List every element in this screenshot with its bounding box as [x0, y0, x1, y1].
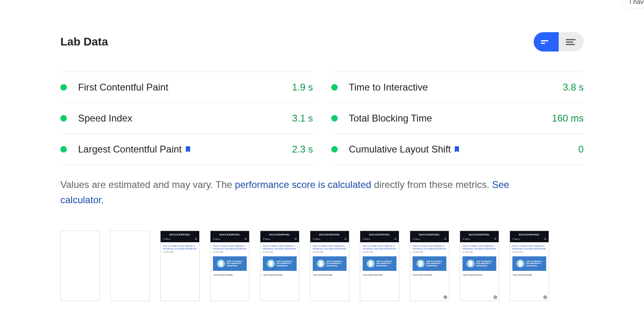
frame-body: How to Create a Quiz Website in WordPres… [161, 242, 199, 301]
svg-rect-1 [541, 43, 545, 44]
hero-text: HOW TO CREATE A QUIZ WEBSITE IN WORDPRES… [376, 260, 392, 267]
filmstrip-frame[interactable]: SUCCESSPIXEL☰ MenuHow to Create a Quiz W… [410, 231, 449, 301]
hero-text: HOW TO CREATE A QUIZ WEBSITE IN WORDPRES… [326, 260, 343, 267]
close-icon: × [493, 295, 497, 299]
hamburger-icon: ☰ Menu [512, 238, 520, 240]
partial-share-label: I have sha [630, 0, 644, 5]
status-dot-icon [331, 146, 338, 153]
frame-byline: by Ankit Main [413, 251, 446, 253]
metric-label: Time to Interactive [349, 82, 428, 93]
hamburger-icon: ☰ Menu [462, 238, 470, 240]
metric-row[interactable]: Largest Contentful Paint2.3 s [60, 134, 313, 165]
svg-rect-3 [566, 41, 573, 43]
hero-device-icon [367, 260, 375, 268]
frame-nav: ☰ Menu [260, 237, 299, 242]
metric-value: 2.3 s [292, 144, 313, 155]
frame-brand: SUCCESSPIXEL [510, 231, 549, 237]
frame-byline: by Ankit Main [462, 251, 496, 253]
frame-nav: ☰ Menu [460, 237, 499, 242]
filmstrip-frame[interactable]: SUCCESSPIXEL☰ MenuHow to Create a Quiz W… [310, 231, 349, 301]
hero-text: HOW TO CREATE A QUIZ WEBSITE IN WORDPRES… [426, 260, 442, 267]
frame-hero: HOW TO CREATE A QUIZ WEBSITE IN WORDPRES… [363, 256, 396, 271]
search-icon [494, 238, 496, 240]
perf-score-link[interactable]: performance score is calculated [235, 179, 372, 190]
metrics-grid: First Contentful Paint1.9 sSpeed Index3.… [60, 72, 584, 165]
close-icon: × [444, 295, 447, 299]
frame-brand: SUCCESSPIXEL [310, 231, 349, 237]
metric-row[interactable]: First Contentful Paint1.9 s [60, 72, 313, 103]
frame-title: How to Create a Quiz Website in WordPres… [313, 245, 347, 250]
frame-nav: ☰ Menu [360, 237, 399, 242]
metric-value: 3.1 s [292, 113, 313, 124]
frame-byline: by Ankit Main [263, 251, 297, 253]
metric-label-text: First Contentful Paint [78, 82, 168, 93]
metric-label-text: Cumulative Layout Shift [349, 144, 451, 155]
condensed-icon [541, 39, 551, 45]
frame-brand: SUCCESSPIXEL [211, 231, 249, 237]
search-icon [295, 238, 297, 240]
footnote: Values are estimated and may vary. The p… [60, 177, 523, 208]
filmstrip-frame[interactable]: SUCCESSPIXEL☰ MenuHow to Create a Quiz W… [260, 231, 299, 301]
status-dot-icon [60, 146, 67, 153]
hamburger-icon: ☰ Menu [313, 238, 320, 240]
search-icon [245, 238, 247, 240]
frame-title: How to Create a Quiz Website in WordPres… [413, 245, 446, 250]
metric-label-text: Time to Interactive [349, 82, 428, 93]
metric-row[interactable]: Time to Interactive3.8 s [331, 72, 584, 103]
search-icon [544, 238, 546, 240]
hero-device-icon [516, 260, 524, 268]
frame-caption: I have shared actionable [263, 274, 297, 276]
filmstrip-frame[interactable]: SUCCESSPIXEL☰ MenuHow to Create a Quiz W… [360, 231, 399, 301]
filmstrip-frame[interactable] [110, 231, 150, 301]
hamburger-icon: ☰ Menu [163, 238, 171, 240]
metric-row[interactable]: Total Blocking Time160 ms [331, 103, 584, 134]
frame-hero: HOW TO CREATE A QUIZ WEBSITE IN WORDPRES… [512, 256, 546, 271]
section-title: Lab Data [60, 35, 108, 48]
hamburger-icon: ☰ Menu [413, 238, 420, 240]
view-expanded-button[interactable] [559, 32, 584, 52]
status-dot-icon [60, 115, 67, 122]
status-dot-icon [331, 84, 338, 91]
partial-share-button[interactable]: I have sha [622, 0, 644, 8]
frame-hero: HOW TO CREATE A QUIZ WEBSITE IN WORDPRES… [462, 256, 496, 271]
frame-title: How to Create a Quiz Website in WordPres… [213, 245, 247, 250]
hero-device-icon [217, 260, 225, 268]
metric-value: 160 ms [552, 113, 584, 124]
metric-label-text: Speed Index [78, 113, 132, 124]
search-icon [394, 238, 396, 240]
filmstrip-frame[interactable] [60, 231, 100, 301]
frame-body: How to Create a Quiz Website in WordPres… [211, 242, 249, 301]
frame-nav: ☰ Menu [310, 237, 349, 242]
frame-nav: ☰ Menu [161, 237, 199, 242]
metric-label-text: Total Blocking Time [349, 113, 432, 124]
frame-hero: HOW TO CREATE A QUIZ WEBSITE IN WORDPRES… [213, 256, 247, 271]
frame-brand: SUCCESSPIXEL [161, 231, 199, 237]
frame-caption: I have shared actionable [313, 274, 347, 276]
filmstrip-frame[interactable]: SUCCESSPIXEL☰ MenuHow to Create a Quiz W… [460, 231, 499, 301]
filmstrip-frame[interactable]: SUCCESSPIXEL☰ MenuHow to Create a Quiz W… [510, 231, 549, 301]
filmstrip-frame[interactable]: SUCCESSPIXEL☰ MenuHow to Create a Quiz W… [160, 231, 200, 301]
frame-brand: SUCCESSPIXEL [360, 231, 399, 237]
filmstrip-frame[interactable]: SUCCESSPIXEL☰ MenuHow to Create a Quiz W… [210, 231, 250, 301]
footnote-pre: Values are estimated and may vary. The [60, 179, 235, 190]
metric-row[interactable]: Speed Index3.1 s [60, 103, 313, 134]
frame-hero: HOW TO CREATE A QUIZ WEBSITE IN WORDPRES… [313, 256, 347, 271]
frame-hero: HOW TO CREATE A QUIZ WEBSITE IN WORDPRES… [413, 256, 446, 271]
hero-text: HOW TO CREATE A QUIZ WEBSITE IN WORDPRES… [526, 260, 542, 267]
frame-caption: I have shared actionable [213, 274, 247, 276]
metric-value: 3.8 s [563, 82, 584, 93]
hamburger-icon: ☰ Menu [263, 238, 270, 240]
hero-device-icon [317, 260, 325, 268]
frame-title: How to Create a Quiz Website in WordPres… [462, 245, 496, 250]
view-condensed-button[interactable] [534, 32, 559, 52]
metric-label-text: Largest Contentful Paint [78, 144, 182, 155]
frame-byline: by Ankit Main [213, 251, 247, 253]
metric-label: Cumulative Layout Shift [349, 144, 460, 155]
frame-brand: SUCCESSPIXEL [260, 231, 299, 237]
hamburger-icon: ☰ Menu [363, 238, 370, 240]
metric-row[interactable]: Cumulative Layout Shift0 [331, 134, 584, 165]
bookmark-icon [453, 145, 460, 154]
hero-text: HOW TO CREATE A QUIZ WEBSITE IN WORDPRES… [476, 260, 492, 267]
metric-label: Largest Contentful Paint [78, 144, 192, 155]
search-icon [345, 238, 347, 240]
